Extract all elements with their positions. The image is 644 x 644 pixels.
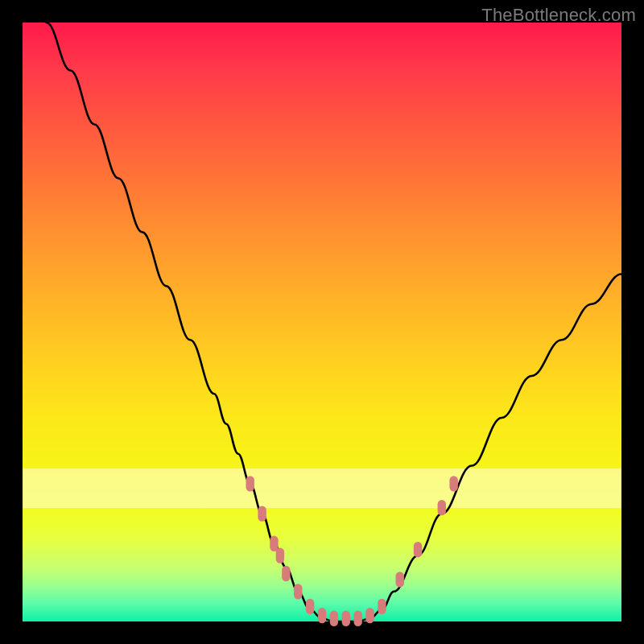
data-marker [438,500,446,515]
data-marker [276,547,284,563]
bottleneck-curve [47,23,621,621]
data-marker [318,608,326,623]
data-marker [365,608,374,623]
chart-frame: TheBottleneck.com [0,0,644,644]
plot-area [23,23,621,621]
data-markers [246,476,458,626]
data-marker [396,572,404,587]
data-marker [353,611,361,626]
data-marker [342,611,350,626]
data-marker [449,476,457,491]
curve-layer [23,23,621,621]
data-marker [246,476,254,491]
data-marker [258,506,266,521]
data-marker [378,599,386,614]
data-marker [306,599,314,614]
data-marker [330,611,338,626]
data-marker [282,566,290,581]
data-marker [270,536,278,551]
data-marker [414,542,422,557]
data-marker [294,584,302,599]
